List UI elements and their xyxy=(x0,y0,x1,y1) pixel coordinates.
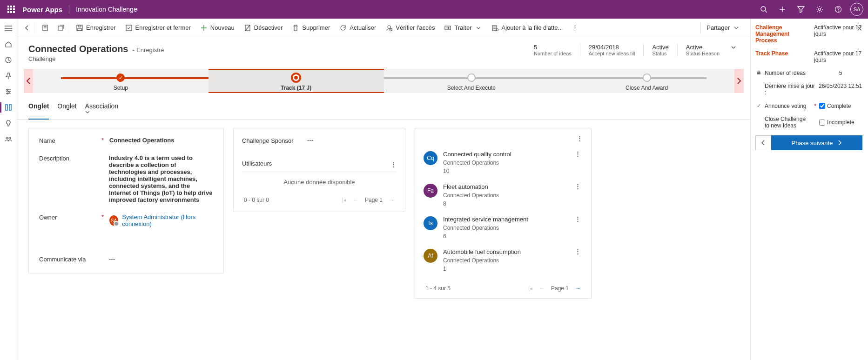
tab-onglet-2[interactable]: Onglet xyxy=(57,100,76,119)
idea-more-button[interactable]: ⋮ xyxy=(573,215,583,222)
idea-more-button[interactable]: ⋮ xyxy=(573,248,583,255)
breadcrumb[interactable]: Innovation Challenge xyxy=(76,6,137,13)
stage-setup[interactable]: Setup xyxy=(33,69,209,93)
tab-onglet-1[interactable]: Onglet xyxy=(28,100,49,119)
save-close-label: Enregistrer et fermer xyxy=(135,24,191,31)
stage-track[interactable]: Track (17 J) xyxy=(209,69,384,93)
owner-link[interactable]: System Administrator (Hors connexion) xyxy=(122,213,213,227)
close-icon[interactable]: ✕ xyxy=(855,22,864,35)
idea-count: 8 xyxy=(443,200,567,208)
communicate-value[interactable]: --- xyxy=(109,255,213,263)
help-icon[interactable] xyxy=(829,0,848,19)
track-phase-label[interactable]: Track Phase xyxy=(755,50,811,57)
svg-rect-3 xyxy=(7,8,9,10)
tab-association[interactable]: Association xyxy=(85,100,121,119)
idea-more-button[interactable]: ⋮ xyxy=(573,150,583,157)
idea-title: Connected quality control xyxy=(443,150,567,159)
idea-subtitle: Connected Operations xyxy=(443,224,567,232)
save-button[interactable]: Enregistrer xyxy=(71,19,121,37)
gear-icon[interactable] xyxy=(810,0,829,19)
nav-menu-button[interactable] xyxy=(0,20,17,36)
command-bar: Enregistrer Enregistrer et fermer Nouvea… xyxy=(17,19,750,37)
save-state: - Enregistré xyxy=(133,47,164,53)
phase-next-button[interactable]: Phase suivante xyxy=(771,135,862,150)
idea-title: Integrated service management xyxy=(443,215,567,224)
idea-count: 10 xyxy=(443,167,567,175)
name-label: Name xyxy=(39,137,55,144)
complete-checkbox[interactable]: Complete xyxy=(819,103,862,109)
stage-next-button[interactable] xyxy=(734,69,744,93)
process-label: Traiter xyxy=(454,24,471,31)
ideas-more-button[interactable]: ⋮ xyxy=(577,135,583,142)
svg-rect-4 xyxy=(10,8,12,10)
description-value[interactable]: Industry 4.0 is a term used to describe … xyxy=(109,154,213,203)
stage-prev-button[interactable] xyxy=(24,69,33,93)
pager-page-label: Page 1 xyxy=(551,285,569,292)
stage-bar: Setup Track (17 J) Select And Execute Cl… xyxy=(24,69,744,93)
filter-icon[interactable] xyxy=(792,0,810,19)
idea-subtitle: Connected Operations xyxy=(443,256,567,265)
pager-first-icon: |◂ xyxy=(528,285,532,292)
users-more-button[interactable]: ⋮ xyxy=(390,161,397,168)
sponsor-label: Challenge Sponsor xyxy=(242,137,294,144)
divider xyxy=(69,5,69,14)
save-close-button[interactable]: Enregistrer et fermer xyxy=(121,19,195,37)
svg-point-13 xyxy=(819,8,821,11)
svg-rect-7 xyxy=(10,11,12,13)
idea-subtitle: Connected Operations xyxy=(443,191,567,200)
svg-rect-0 xyxy=(7,6,9,7)
share-button[interactable]: Partager xyxy=(702,19,748,37)
svg-rect-35 xyxy=(78,25,81,27)
phase-back-button[interactable] xyxy=(755,135,771,150)
refresh-button[interactable]: Actualiser xyxy=(335,19,381,37)
nav-ideas-icon[interactable] xyxy=(0,115,17,131)
svg-rect-26 xyxy=(6,105,7,110)
process-name[interactable]: Challenge Management Process xyxy=(755,24,811,44)
idea-item[interactable]: AfAutomobile fuel consumptionConnected O… xyxy=(424,244,583,277)
nav-recent-icon[interactable] xyxy=(0,52,17,68)
stage-close[interactable]: Close And Award xyxy=(559,69,734,93)
add-queue-label: Ajouter à la file d'atte... xyxy=(502,24,563,31)
svg-point-9 xyxy=(761,7,766,11)
idea-more-button[interactable]: ⋮ xyxy=(573,183,583,190)
users-pager-count: 0 - 0 sur 0 xyxy=(244,197,269,203)
svg-line-41 xyxy=(245,25,250,31)
search-icon[interactable] xyxy=(754,0,773,19)
nav-challenges-icon[interactable] xyxy=(0,100,17,115)
overflow-button[interactable]: ⋮ xyxy=(567,19,583,37)
check-icon: ✓ xyxy=(755,103,762,109)
idea-item[interactable]: FaFleet automationConnected Operations8⋮ xyxy=(424,179,583,212)
open-new-window-button[interactable] xyxy=(53,19,69,37)
nav-home-icon[interactable] xyxy=(0,36,17,52)
idea-count: 1 xyxy=(443,265,567,273)
process-button[interactable]: Traiter xyxy=(439,19,486,37)
svg-rect-6 xyxy=(7,11,9,13)
nav-team-icon[interactable] xyxy=(0,131,17,147)
stage-select[interactable]: Select And Execute xyxy=(384,69,559,93)
chevron-down-icon xyxy=(475,24,482,32)
idea-item[interactable]: IsIntegrated service managementConnected… xyxy=(424,212,583,244)
form-selector-button[interactable] xyxy=(37,19,53,37)
idea-item[interactable]: CqConnected quality controlConnected Ope… xyxy=(424,147,583,179)
nav-settings-icon[interactable] xyxy=(0,84,17,100)
add-queue-button[interactable]: Ajouter à la file d'atte... xyxy=(487,19,568,37)
owner-chip[interactable]: SA System Administrator (Hors connexion) xyxy=(109,213,213,227)
back-button[interactable] xyxy=(19,19,35,37)
sponsor-value[interactable]: --- xyxy=(307,137,397,144)
new-button[interactable]: Nouveau xyxy=(195,19,239,37)
user-avatar[interactable]: SA xyxy=(850,3,863,16)
incomplete-checkbox[interactable]: Incomplete xyxy=(819,119,862,126)
deactivate-button[interactable]: Désactiver xyxy=(239,19,287,37)
pager-next-icon[interactable]: → xyxy=(575,285,581,292)
header-expand-button[interactable] xyxy=(728,44,739,51)
check-access-button[interactable]: Vérifier l'accès xyxy=(381,19,439,37)
app-launcher-button[interactable] xyxy=(5,3,18,16)
refresh-label: Actualiser xyxy=(350,24,376,31)
svg-point-48 xyxy=(496,28,498,31)
nav-pinned-icon[interactable] xyxy=(0,68,17,84)
name-value[interactable]: Connected Operations xyxy=(109,137,213,144)
form-tabs: Onglet Onglet Association xyxy=(17,93,750,120)
delete-button[interactable]: Supprimer xyxy=(287,19,335,37)
owner-avatar: SA xyxy=(109,215,118,226)
add-icon[interactable] xyxy=(773,0,792,19)
